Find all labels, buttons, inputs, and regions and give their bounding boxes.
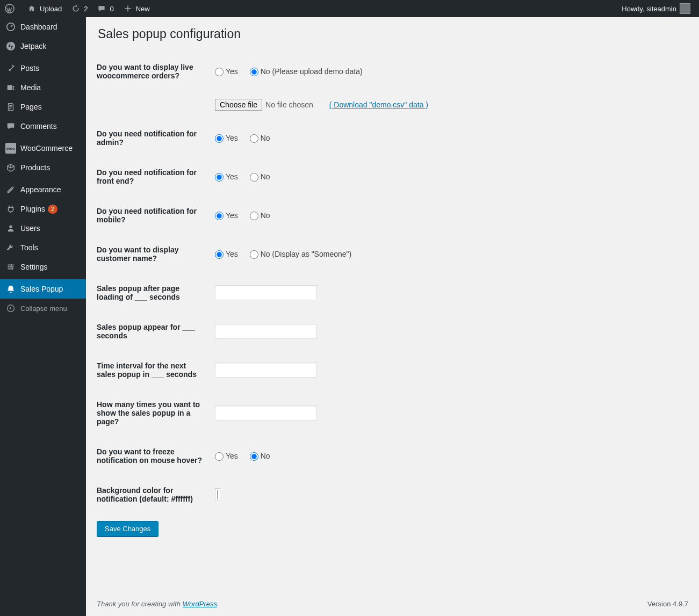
- label-appear-for: Sales popup appear for ___ seconds: [97, 312, 210, 351]
- sidebar-item-tools[interactable]: Tools: [0, 238, 86, 257]
- page-title: Sales popup configuration: [98, 27, 688, 41]
- collapse-icon: [5, 303, 16, 314]
- cust-name-no-radio[interactable]: [250, 250, 258, 259]
- updates-link[interactable]: 2: [66, 0, 92, 17]
- sidebar-item-jetpack[interactable]: Jetpack: [0, 37, 86, 56]
- admin-toolbar: Upload 2 0 New Howdy, siteadmin: [0, 0, 699, 17]
- notif-front-no-radio[interactable]: [250, 173, 258, 182]
- svg-point-2: [6, 42, 15, 50]
- svg-point-7: [8, 305, 15, 312]
- freeze-no-label[interactable]: No: [250, 452, 270, 460]
- settings-form-table: Do you want to display live woocommerce …: [97, 52, 688, 514]
- updates-count: 2: [84, 5, 88, 13]
- download-demo-link[interactable]: ( Download "demo.csv" data ): [329, 100, 428, 109]
- sidebar-item-dashboard[interactable]: Dashboard: [0, 17, 86, 37]
- sidebar-item-appearance[interactable]: Appearance: [0, 180, 86, 199]
- dashboard-icon: [5, 21, 16, 32]
- comment-icon: [96, 3, 107, 14]
- notif-admin-yes-radio[interactable]: [215, 134, 224, 143]
- plus-icon: [122, 3, 133, 14]
- appearance-icon: [5, 184, 16, 195]
- label-live-orders: Do you want to display live woocommerce …: [97, 52, 210, 91]
- live-orders-no-radio[interactable]: [250, 68, 258, 76]
- cust-name-yes-label[interactable]: Yes: [215, 250, 238, 258]
- footer-wordpress-link[interactable]: WordPress: [183, 600, 217, 608]
- wp-logo[interactable]: [0, 0, 22, 17]
- notif-front-yes-label[interactable]: Yes: [215, 172, 238, 181]
- sidebar-item-sales-popup[interactable]: Sales Popup: [0, 279, 86, 299]
- svg-point-3: [9, 226, 12, 228]
- sidebar-label-pages: Pages: [20, 103, 42, 111]
- interval-input[interactable]: [215, 363, 317, 378]
- bgcolor-swatch-inner: [217, 490, 218, 499]
- label-cust-name: Do you want to display customer name?: [97, 235, 210, 273]
- live-orders-no-label[interactable]: No (Please upload demo data): [250, 67, 363, 76]
- label-notif-front: Do you need notification for front end?: [97, 157, 210, 196]
- tools-icon: [5, 242, 16, 253]
- notif-front-yes-radio[interactable]: [215, 173, 224, 182]
- site-name-link[interactable]: Upload: [22, 0, 66, 17]
- label-freeze: Do you want to freeze notification on mo…: [97, 437, 210, 475]
- bell-icon: [5, 284, 16, 294]
- sidebar-item-pages[interactable]: Pages: [0, 97, 86, 117]
- notif-front-no-label[interactable]: No: [250, 172, 270, 181]
- admin-footer: Thank you for creating with WordPress. V…: [86, 592, 699, 616]
- sidebar-label-settings: Settings: [20, 263, 48, 271]
- label-notif-mobile: Do you need notification for mobile?: [97, 196, 210, 235]
- sidebar-label-appearance: Appearance: [20, 185, 61, 194]
- file-status-text: No file chosen: [265, 100, 313, 109]
- notif-admin-no-label[interactable]: No: [250, 134, 270, 142]
- notif-mobile-no-radio[interactable]: [250, 212, 258, 220]
- sidebar-item-products[interactable]: Products: [0, 158, 86, 177]
- choose-file-button[interactable]: Choose file: [215, 99, 262, 111]
- notif-mobile-yes-label[interactable]: Yes: [215, 211, 238, 220]
- cust-name-yes-radio[interactable]: [215, 250, 224, 259]
- sidebar-item-comments[interactable]: Comments: [0, 117, 86, 136]
- sidebar-label-posts: Posts: [20, 64, 39, 73]
- new-content-link[interactable]: New: [118, 0, 154, 17]
- sidebar-item-users[interactable]: Users: [0, 219, 86, 238]
- sidebar-label-dashboard: Dashboard: [20, 23, 57, 31]
- pin-icon: [5, 63, 16, 74]
- sidebar-label-tools: Tools: [20, 243, 38, 252]
- svg-point-4: [11, 264, 12, 266]
- notif-mobile-yes-radio[interactable]: [215, 212, 224, 220]
- sidebar-item-settings[interactable]: Settings: [0, 257, 86, 277]
- update-icon: [70, 3, 81, 14]
- wordpress-icon: [4, 3, 15, 14]
- freeze-no-radio[interactable]: [250, 452, 258, 461]
- times-input[interactable]: [215, 405, 317, 421]
- freeze-yes-radio[interactable]: [215, 452, 224, 461]
- users-icon: [5, 223, 16, 234]
- after-load-input[interactable]: [215, 285, 317, 300]
- notif-mobile-no-label[interactable]: No: [250, 211, 270, 220]
- cust-name-no-label[interactable]: No (Display as "Someone"): [250, 250, 351, 258]
- appear-for-input[interactable]: [215, 324, 317, 339]
- sidebar-label-woocommerce: WooCommerce: [20, 144, 73, 153]
- bgcolor-picker[interactable]: [215, 488, 220, 501]
- label-bgcolor: Background color for notification (defau…: [97, 475, 210, 514]
- live-orders-yes-label[interactable]: Yes: [215, 67, 238, 76]
- sidebar-item-plugins[interactable]: Plugins2: [0, 199, 86, 219]
- live-orders-yes-radio[interactable]: [215, 68, 224, 76]
- sidebar-label-plugins: Plugins: [20, 205, 45, 213]
- collapse-menu-button[interactable]: Collapse menu: [0, 299, 86, 318]
- notif-admin-no-radio[interactable]: [250, 134, 258, 143]
- freeze-yes-label[interactable]: Yes: [215, 452, 238, 460]
- svg-point-5: [8, 266, 10, 268]
- sidebar-item-woocommerce[interactable]: wooWooCommerce: [0, 139, 86, 158]
- sidebar-item-posts[interactable]: Posts: [0, 59, 86, 78]
- notif-admin-yes-label[interactable]: Yes: [215, 134, 238, 142]
- svg-point-6: [12, 268, 13, 270]
- avatar: [680, 3, 690, 14]
- footer-thanks-suffix: .: [217, 600, 219, 608]
- comments-icon: [5, 121, 16, 132]
- label-interval: Time interval for the next sales popup i…: [97, 351, 210, 389]
- my-account-link[interactable]: Howdy, siteadmin: [617, 0, 695, 17]
- sidebar-label-comments: Comments: [20, 122, 57, 131]
- page-icon: [5, 102, 16, 112]
- sidebar-item-media[interactable]: Media: [0, 78, 86, 97]
- save-changes-button[interactable]: Save Changes: [97, 521, 158, 537]
- media-icon: [5, 82, 16, 93]
- comments-link[interactable]: 0: [92, 0, 118, 17]
